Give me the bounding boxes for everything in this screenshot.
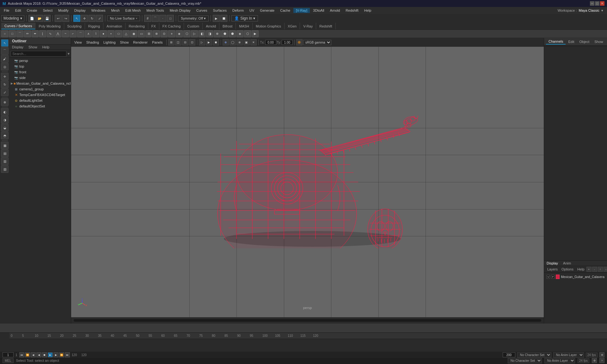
- pinch-tool[interactable]: ◒: [1, 124, 9, 131]
- show-tab[interactable]: Show: [592, 39, 606, 44]
- display-tab-bottom[interactable]: Display: [544, 261, 561, 266]
- shelf-icon-pen10[interactable]: ⌇: [92, 30, 99, 37]
- shelf-tab-animation[interactable]: Animation: [103, 23, 126, 29]
- outliner-item-mexican-guitar-group[interactable]: ▶ ■ Mexican_Guitar_and_Calavera_ncl1_1: [9, 81, 71, 86]
- shelf-icon-cube[interactable]: ▪: [107, 30, 114, 37]
- shelf-icon-nurbs4[interactable]: ⋄: [168, 30, 175, 37]
- shelf-icon-nurbs14[interactable]: ⬡: [244, 30, 251, 37]
- prev-frame-button[interactable]: ⏪: [25, 352, 30, 357]
- shelf-icon-nurbs10[interactable]: ⊕: [214, 30, 221, 37]
- shelf-tab-rigging[interactable]: Rigging: [85, 23, 103, 29]
- shelf-tab-vray[interactable]: V-Ray: [300, 23, 316, 29]
- layer-item-guitar[interactable]: V P Mexican_Guitar_and_Calavera: [545, 274, 606, 280]
- shelf-icon-nurbs8[interactable]: ◧: [199, 30, 205, 37]
- shelf-icon-square[interactable]: □: [9, 30, 16, 37]
- current-frame-input[interactable]: [3, 352, 14, 357]
- stop-button[interactable]: ⏹: [42, 352, 47, 357]
- shelf-icon-nurbs15[interactable]: ▶: [252, 30, 259, 37]
- menu-mesh[interactable]: Mesh: [108, 8, 122, 13]
- open-file-button[interactable]: 📂: [36, 15, 43, 22]
- shelf-icon-plane[interactable]: ▭: [138, 30, 145, 37]
- layout-tool4[interactable]: ▧: [1, 165, 9, 173]
- outliner-search-input[interactable]: [11, 51, 66, 57]
- menu-vray[interactable]: [V-Ray]: [293, 8, 310, 13]
- outliner-menu-display[interactable]: Display: [9, 45, 26, 50]
- outliner-item-default-light-set[interactable]: ⊙ defaultLightSet: [9, 98, 71, 103]
- shelf-icon-pen4[interactable]: ∿: [47, 30, 54, 37]
- shelf-icon-pen7[interactable]: ⌐: [70, 30, 77, 37]
- shelf-tab-arnold[interactable]: Arnold: [203, 23, 219, 29]
- render-button[interactable]: ▶: [213, 15, 220, 22]
- paint-tool[interactable]: 🖌: [1, 55, 9, 63]
- shelf-tab-rendering[interactable]: Rendering: [126, 23, 148, 29]
- shelf-tab-fx[interactable]: FX: [148, 23, 159, 29]
- play-back-button[interactable]: ◀: [36, 352, 41, 357]
- vp-render-btn1[interactable]: ▷: [199, 39, 205, 46]
- edit-tab[interactable]: Edit: [566, 39, 577, 44]
- scale-tool-button[interactable]: ⤢: [96, 15, 103, 22]
- viewport-menu-view[interactable]: View: [72, 40, 84, 45]
- shelf-icon-nurbs11[interactable]: ⬟: [221, 30, 228, 37]
- minimize-button[interactable]: ─: [590, 1, 594, 6]
- timeline-track[interactable]: [9, 339, 607, 352]
- shelf-icon-nurbs7[interactable]: ▷: [191, 30, 198, 37]
- menu-mesh-tools[interactable]: Mesh Tools: [144, 8, 166, 13]
- shelf-icon-nurbs1[interactable]: ⊞: [145, 30, 152, 37]
- layer-p-checkbox[interactable]: P: [551, 275, 554, 279]
- goto-start-button[interactable]: ⏮: [19, 352, 24, 357]
- vp-show-btn[interactable]: ◯: [230, 39, 236, 46]
- menu-deform[interactable]: Deform: [230, 8, 246, 13]
- shelf-icon-torus[interactable]: ◉: [130, 30, 137, 37]
- shelf-icon-nurbs3[interactable]: ⊙: [161, 30, 168, 37]
- shelf-tab-curves-surfaces[interactable]: Curves / Surfaces: [1, 23, 35, 29]
- menu-mesh-display[interactable]: Mesh Display: [167, 8, 193, 13]
- options-menu[interactable]: Options: [560, 267, 575, 271]
- vp-xray-btn[interactable]: ✕: [250, 39, 257, 46]
- rp-icon-new[interactable]: +: [586, 267, 592, 272]
- vp-translate-x[interactable]: [265, 40, 276, 45]
- shelf-icon-cone[interactable]: △: [123, 30, 130, 37]
- title-bar-controls[interactable]: ─ □ ✕: [590, 1, 604, 6]
- shelf-icon-pen5[interactable]: ⋀: [54, 30, 61, 37]
- shelf-tab-bifrost[interactable]: Bifrost: [219, 23, 236, 29]
- viewport[interactable]: View Shading Lighting Show Renderer Pane…: [71, 38, 544, 324]
- shelf-tab-fx-caching[interactable]: FX Caching: [159, 23, 184, 29]
- outliner-item-side[interactable]: 📷 side: [9, 75, 71, 81]
- layer-v-checkbox[interactable]: V: [547, 275, 550, 279]
- menu-select[interactable]: Select: [40, 8, 55, 13]
- shelf-tab-redshift[interactable]: Redshift: [316, 23, 335, 29]
- mode-selector[interactable]: Modeling ▾: [1, 15, 24, 21]
- shelf-icon-circle[interactable]: ○: [1, 30, 8, 37]
- menu-generate[interactable]: Generate: [257, 8, 277, 13]
- play-forward-button[interactable]: ▶: [48, 352, 53, 357]
- select-tool-button[interactable]: ↖: [73, 15, 80, 22]
- lasso-tool[interactable]: ⌒: [1, 47, 9, 55]
- layout-tool3[interactable]: ▥: [1, 157, 9, 165]
- timeline-settings-button[interactable]: ⚙: [599, 352, 604, 357]
- shelf-icon-pen6[interactable]: ~: [62, 30, 69, 37]
- no-anim-layer-select[interactable]: No Anim Layer: [553, 352, 584, 358]
- layout-tool1[interactable]: ▦: [1, 142, 9, 149]
- vp-cam-btn3[interactable]: ⊟: [182, 39, 188, 46]
- menu-surfaces[interactable]: Surfaces: [211, 8, 229, 13]
- rp-icon-down[interactable]: ↓: [604, 267, 607, 272]
- rp-icon-del[interactable]: -: [592, 267, 597, 272]
- object-tab[interactable]: Object: [577, 39, 592, 44]
- outliner-item-persp[interactable]: 📷 persp: [9, 58, 71, 64]
- relax-tool[interactable]: ◑: [1, 116, 9, 124]
- ipr-button[interactable]: 🔲: [220, 15, 227, 22]
- shelf-icon-nurbs6[interactable]: ⬡: [183, 30, 190, 37]
- viewport-h-scrollbar[interactable]: [74, 319, 541, 322]
- shelf-tab-motion-graphics[interactable]: Motion Graphics: [253, 23, 285, 29]
- shelf-icon-nurbs2[interactable]: ⊗: [153, 30, 160, 37]
- shelf-icon-pen9[interactable]: ∧: [85, 30, 92, 37]
- status-no-char-set[interactable]: No Character Set: [508, 358, 542, 363]
- menu-display[interactable]: Display: [72, 8, 88, 13]
- anim-tab-bottom[interactable]: Anim: [561, 261, 573, 266]
- next-frame-button[interactable]: ⏩: [59, 352, 64, 357]
- viewport-menu-show[interactable]: Show: [118, 40, 131, 45]
- search-dropdown-arrow[interactable]: ▾: [68, 52, 70, 56]
- shelf-tab-sculpting[interactable]: Sculpting: [64, 23, 85, 29]
- flatten-tool[interactable]: ◓: [1, 132, 9, 139]
- vp-translate-y[interactable]: [282, 40, 293, 45]
